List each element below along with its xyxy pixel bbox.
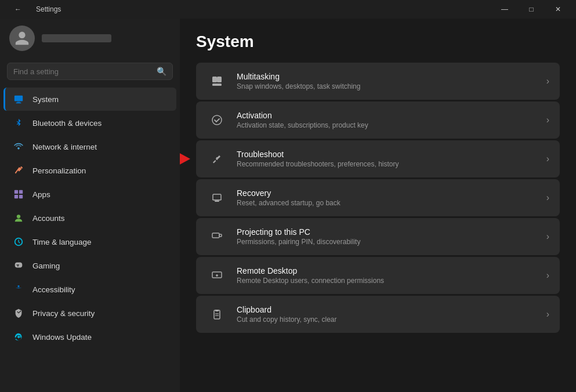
multitasking-title: Multitasking: [237, 72, 546, 81]
svg-rect-16: [212, 199, 222, 200]
svg-rect-5: [15, 195, 18, 198]
clipboard-text: ClipboardCut and copy history, sync, cle…: [237, 305, 546, 324]
clipboard-desc: Cut and copy history, sync, clear: [237, 315, 546, 324]
sidebar-item-windows-update[interactable]: Windows Update: [3, 325, 176, 349]
titlebar-controls: — □ ✕: [491, 0, 571, 19]
personalization-nav-icon: [13, 165, 24, 176]
titlebar-left: ← Settings: [5, 0, 61, 19]
svg-rect-15: [215, 201, 219, 202]
svg-point-9: [17, 285, 19, 287]
sidebar-item-network[interactable]: Network & internet: [3, 135, 176, 158]
sidebar-item-accessibility[interactable]: Accessibility: [3, 278, 176, 301]
back-button[interactable]: ←: [5, 0, 31, 19]
settings-item-troubleshoot[interactable]: TroubleshootRecommended troubleshooters,…: [196, 140, 560, 177]
activation-chevron-icon: ›: [546, 115, 549, 125]
multitasking-chevron-icon: ›: [546, 76, 549, 86]
sidebar: 🔍 SystemBluetooth & devicesNetwork & int…: [0, 19, 180, 392]
clipboard-title: Clipboard: [237, 305, 546, 314]
main-content: System MultitaskingSnap windows, desktop…: [180, 19, 576, 392]
sidebar-item-label-apps: Apps: [32, 190, 50, 199]
svg-rect-14: [213, 194, 221, 200]
svg-point-13: [212, 115, 222, 125]
projecting-chevron-icon: ›: [546, 231, 549, 242]
settings-item-activation[interactable]: ActivationActivation state, subscription…: [196, 101, 560, 139]
minimize-button[interactable]: —: [491, 0, 518, 19]
troubleshoot-chevron-icon: ›: [546, 154, 549, 164]
recovery-chevron-icon: ›: [546, 193, 549, 203]
sidebar-item-label-accessibility: Accessibility: [32, 285, 75, 294]
troubleshoot-text: TroubleshootRecommended troubleshooters,…: [237, 150, 546, 168]
search-input[interactable]: [13, 67, 152, 76]
search-box[interactable]: 🔍: [7, 63, 173, 80]
page-title: System: [196, 32, 560, 51]
remote-desktop-text: Remote DesktopRemote Desktop users, conn…: [237, 266, 546, 285]
settings-item-clipboard[interactable]: ClipboardCut and copy history, sync, cle…: [196, 296, 560, 333]
projecting-text: Projecting to this PCPermissions, pairin…: [237, 227, 546, 246]
multitasking-icon: [207, 71, 227, 92]
sidebar-item-label-personalization: Personalization: [32, 166, 86, 175]
projecting-title: Projecting to this PC: [237, 227, 546, 237]
troubleshoot-title: Troubleshoot: [237, 150, 546, 159]
titlebar-title: Settings: [36, 5, 61, 13]
username-display: [42, 34, 111, 42]
maximize-button[interactable]: □: [518, 0, 545, 19]
remote-desktop-icon: [207, 265, 227, 286]
multitasking-text: MultitaskingSnap windows, desktops, task…: [237, 72, 546, 90]
settings-item-remote-desktop[interactable]: Remote DesktopRemote Desktop users, conn…: [196, 257, 560, 294]
time-nav-icon: [13, 236, 24, 248]
gaming-nav-icon: [13, 260, 24, 271]
activation-desc: Activation state, subscriptions, product…: [237, 121, 546, 129]
troubleshoot-icon: [207, 148, 227, 169]
sidebar-header: [0, 19, 180, 58]
user-avatar-icon: [14, 30, 30, 46]
sidebar-item-label-system: System: [32, 95, 59, 104]
bluetooth-nav-icon: [13, 117, 24, 129]
recovery-text: RecoveryReset, advanced startup, go back: [237, 188, 546, 207]
troubleshoot-desc: Recommended troubleshooters, preferences…: [237, 160, 546, 168]
settings-item-recovery[interactable]: RecoveryReset, advanced startup, go back…: [196, 179, 560, 216]
sidebar-item-label-accounts: Accounts: [32, 214, 65, 223]
avatar[interactable]: [9, 26, 35, 51]
remote-desktop-desc: Remote Desktop users, connection permiss…: [237, 277, 546, 285]
svg-rect-20: [214, 310, 220, 319]
svg-rect-2: [16, 103, 21, 103]
sidebar-item-privacy[interactable]: Privacy & security: [3, 302, 176, 325]
recovery-title: Recovery: [237, 188, 546, 198]
svg-rect-0: [15, 96, 23, 101]
settings-item-projecting[interactable]: Projecting to this PCPermissions, pairin…: [196, 218, 560, 255]
sidebar-item-label-privacy: Privacy & security: [32, 309, 95, 318]
svg-point-7: [17, 215, 20, 218]
svg-rect-18: [219, 234, 222, 237]
settings-item-multitasking[interactable]: MultitaskingSnap windows, desktops, task…: [196, 63, 560, 100]
svg-rect-11: [217, 77, 222, 82]
sidebar-item-label-bluetooth: Bluetooth & devices: [32, 119, 102, 128]
recovery-desc: Reset, advanced startup, go back: [237, 199, 546, 207]
remote-desktop-chevron-icon: ›: [546, 270, 549, 281]
svg-rect-10: [212, 77, 217, 82]
sidebar-item-time[interactable]: Time & language: [3, 230, 176, 253]
projecting-icon: [207, 226, 227, 247]
accounts-nav-icon: [13, 212, 24, 224]
network-nav-icon: [13, 141, 24, 153]
sidebar-item-accounts[interactable]: Accounts: [3, 206, 176, 230]
titlebar: ← Settings — □ ✕: [0, 0, 576, 19]
close-button[interactable]: ✕: [545, 0, 571, 19]
sidebar-item-personalization[interactable]: Personalization: [3, 159, 176, 182]
clipboard-icon: [207, 304, 227, 325]
sidebar-item-label-windows-update: Windows Update: [32, 333, 92, 342]
sidebar-item-apps[interactable]: Apps: [3, 183, 176, 206]
activation-title: Activation: [237, 111, 546, 120]
svg-rect-3: [15, 190, 18, 194]
accessibility-nav-icon: [13, 284, 24, 295]
sidebar-item-label-network: Network & internet: [32, 143, 97, 151]
sidebar-item-bluetooth[interactable]: Bluetooth & devices: [3, 111, 176, 135]
activation-text: ActivationActivation state, subscription…: [237, 111, 546, 129]
sidebar-item-gaming[interactable]: Gaming: [3, 254, 176, 277]
svg-rect-6: [19, 195, 23, 198]
sidebar-item-system[interactable]: System: [3, 88, 176, 111]
remote-desktop-title: Remote Desktop: [237, 266, 546, 275]
apps-nav-icon: [13, 188, 24, 200]
system-nav-icon: [13, 93, 24, 105]
clipboard-chevron-icon: ›: [546, 309, 549, 320]
svg-rect-17: [212, 233, 219, 238]
